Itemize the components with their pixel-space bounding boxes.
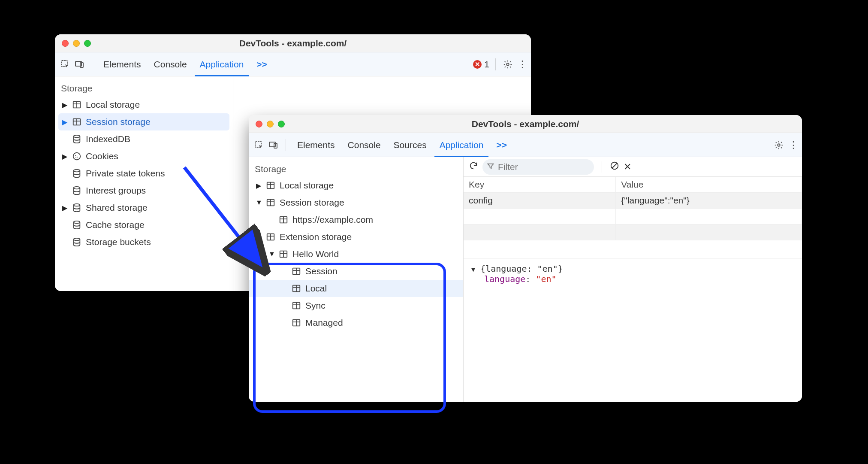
device-toggle-icon[interactable] [268, 139, 280, 151]
table-row[interactable]: config {"language":"en"} [464, 193, 802, 209]
sidebar-item-label: Session [305, 266, 338, 276]
database-icon [72, 169, 81, 178]
sidebar-item-ext-session[interactable]: ▶ Session [249, 263, 463, 280]
json-value: "en" [536, 274, 556, 284]
table-row-empty [464, 209, 802, 224]
sidebar-item-cookies[interactable]: ▶ Cookies [55, 148, 233, 165]
sidebar-item-label: Storage buckets [86, 237, 151, 247]
sidebar-item-label: Managed [305, 318, 343, 328]
chevron-down-icon: ▼ [256, 233, 262, 241]
sidebar-item-session-origin[interactable]: ▶ https://example.com [249, 211, 463, 228]
storage-heading: Storage [55, 81, 233, 96]
sidebar-item-local-storage[interactable]: ▶ Local storage [55, 96, 233, 113]
tab-application[interactable]: Application [434, 133, 489, 157]
svg-point-13 [74, 204, 80, 206]
close-icon[interactable]: ✕ [624, 161, 631, 173]
toolbar-divider [602, 161, 602, 173]
close-icon[interactable] [62, 40, 69, 47]
sidebar-item-ext-managed[interactable]: ▶ Managed [249, 314, 463, 331]
svg-point-9 [77, 157, 78, 158]
sidebar-item-extension-hello[interactable]: ▼ Hello World [249, 246, 463, 263]
sidebar-item-label: IndexedDB [86, 134, 130, 144]
cell-value[interactable]: {"language":"en"} [616, 193, 802, 209]
chevron-right-icon: ▶ [62, 204, 68, 212]
filter-input-wrap[interactable] [482, 159, 594, 175]
clear-all-icon[interactable] [610, 161, 619, 173]
table-icon [279, 249, 288, 259]
sidebar-item-indexeddb[interactable]: ▶ IndexedDB [55, 130, 233, 148]
sidebar-item-session-storage[interactable]: ▶ Session storage [58, 113, 229, 130]
svg-point-11 [74, 170, 80, 172]
svg-point-15 [74, 238, 80, 241]
zoom-icon[interactable] [278, 121, 285, 127]
detail-toolbar: ✕ [464, 157, 802, 177]
tab-elements[interactable]: Elements [292, 133, 340, 157]
sidebar-item-label: Local [305, 283, 327, 294]
sidebar-item-ext-sync[interactable]: ▶ Sync [249, 297, 463, 314]
sidebar-item-extension-storage[interactable]: ▼ Extension storage [249, 228, 463, 246]
table-icon [72, 117, 81, 127]
minimize-icon[interactable] [267, 121, 274, 127]
tab-console[interactable]: Console [343, 133, 386, 157]
gear-icon[interactable] [773, 139, 785, 151]
kebab-icon[interactable]: ⋮ [787, 139, 799, 151]
json-preview: ▼ {language: "en"} language: "en" [464, 258, 802, 289]
devtools-tabbar: Elements Console Application >> ✕ 1 ⋮ [55, 52, 531, 76]
col-value[interactable]: Value [616, 177, 802, 193]
panel-body: Storage ▶ Local storage ▼ Session storag… [249, 157, 802, 402]
window-title: DevTools - example.com/ [249, 119, 802, 129]
table-icon [266, 198, 275, 207]
filter-input[interactable] [498, 162, 575, 172]
sidebar-item-local-storage[interactable]: ▶ Local storage [249, 177, 463, 194]
sidebar-item-label: Private state tokens [86, 168, 165, 179]
cookie-icon [72, 152, 81, 161]
tab-elements[interactable]: Elements [98, 52, 146, 76]
database-icon [72, 237, 81, 247]
titlebar: DevTools - example.com/ [249, 115, 802, 133]
table-icon [72, 100, 81, 109]
table-icon [292, 318, 301, 328]
tabs-overflow[interactable]: >> [251, 52, 272, 76]
sidebar-item-label: Local storage [86, 100, 140, 110]
sidebar-item-private-state[interactable]: ▶ Private state tokens [55, 165, 233, 182]
chevron-right-icon: ▶ [256, 182, 262, 190]
json-summary-row[interactable]: ▼ {language: "en"} [471, 264, 794, 274]
sidebar-item-label: Sync [305, 300, 326, 311]
sidebar-item-ext-local[interactable]: ▶ Local [249, 280, 463, 297]
close-icon[interactable] [256, 121, 262, 127]
svg-point-12 [74, 187, 80, 189]
sidebar-item-cache-storage[interactable]: ▶ Cache storage [55, 216, 233, 234]
tabs-overflow[interactable]: >> [491, 133, 512, 157]
minimize-icon[interactable] [73, 40, 80, 47]
zoom-icon[interactable] [84, 40, 91, 47]
sidebar-item-label: https://example.com [292, 215, 373, 225]
tab-sources[interactable]: Sources [389, 133, 432, 157]
sidebar-item-label: Cookies [86, 151, 118, 161]
json-property-row[interactable]: language: "en" [471, 274, 794, 284]
json-summary: {language: "en"} [480, 264, 563, 274]
database-icon [72, 134, 81, 144]
traffic-lights[interactable] [256, 121, 285, 127]
error-badge[interactable]: ✕ 1 [473, 59, 489, 70]
traffic-lights[interactable] [62, 40, 91, 47]
kebab-icon[interactable]: ⋮ [516, 58, 528, 70]
sidebar-item-interest-groups[interactable]: ▶ Interest groups [55, 182, 233, 199]
tab-application[interactable]: Application [195, 52, 249, 76]
svg-point-6 [74, 135, 80, 138]
col-key[interactable]: Key [464, 177, 616, 193]
inspect-icon[interactable] [253, 139, 265, 151]
table-icon [279, 215, 288, 224]
gear-icon[interactable] [502, 58, 514, 70]
sidebar-item-session-storage[interactable]: ▼ Session storage [249, 194, 463, 211]
window-title: DevTools - example.com/ [55, 38, 531, 49]
tab-console[interactable]: Console [149, 52, 192, 76]
device-toggle-icon[interactable] [74, 58, 86, 70]
sidebar-item-storage-buckets[interactable]: ▶ Storage buckets [55, 234, 233, 251]
sidebar-item-shared-storage[interactable]: ▶ Shared storage [55, 199, 233, 216]
inspect-icon[interactable] [59, 58, 71, 70]
tabbar-divider-2 [495, 58, 496, 70]
chevron-down-icon: ▼ [471, 266, 475, 273]
chevron-right-icon: ▶ [62, 101, 68, 109]
cell-key[interactable]: config [464, 193, 616, 209]
refresh-icon[interactable] [469, 161, 478, 173]
